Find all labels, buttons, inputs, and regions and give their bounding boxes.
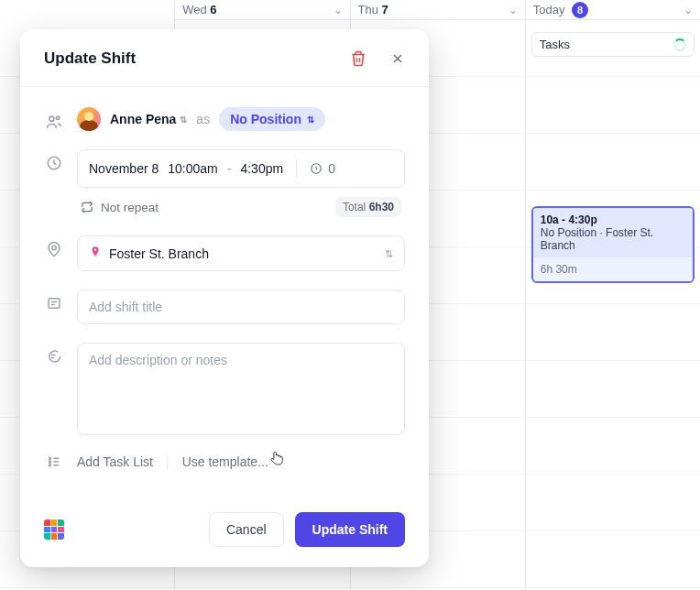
shift-event-block[interactable]: 10a - 4:30p No Position · Foster St. Bra… xyxy=(531,206,695,283)
date-value: November 8 xyxy=(89,161,159,176)
tasklist-icon xyxy=(44,453,64,470)
add-task-list-link[interactable]: Add Task List xyxy=(77,454,153,469)
update-shift-modal: Update Shift Anne Pena ⇅ as xyxy=(20,29,429,567)
start-time: 10:00am xyxy=(168,161,217,176)
day-header-today[interactable]: Today 8 ⌄ xyxy=(526,0,700,20)
svg-point-0 xyxy=(49,116,54,121)
avatar xyxy=(77,107,101,131)
modal-title: Update Shift xyxy=(44,49,136,68)
svg-point-5 xyxy=(94,249,96,251)
trash-icon[interactable] xyxy=(350,50,366,67)
break-field[interactable]: 0 xyxy=(310,161,335,176)
day-number: 7 xyxy=(382,3,388,16)
day-header[interactable]: Thu 7 ⌄ xyxy=(351,0,525,20)
color-picker-icon[interactable] xyxy=(44,519,64,540)
location-selector[interactable]: Foster St. Branch ⇅ xyxy=(77,235,405,271)
time-field[interactable]: November 8 10:00am - 4:30pm 0 xyxy=(77,149,405,188)
caret-updown-icon: ⇅ xyxy=(180,115,187,125)
assignee-selector[interactable]: Anne Pena ⇅ xyxy=(110,112,187,126)
svg-point-9 xyxy=(49,464,50,466)
title-icon xyxy=(44,290,64,311)
day-prefix: Wed xyxy=(182,3,210,16)
chevron-down-icon[interactable]: ⌄ xyxy=(684,4,693,16)
description-input[interactable] xyxy=(89,353,393,422)
position-text: No Position xyxy=(230,112,301,126)
total-chip: Total 6h30 xyxy=(335,197,401,217)
shift-title-field[interactable] xyxy=(77,290,405,324)
repeat-selector[interactable]: Not repeat xyxy=(81,201,159,214)
shift-title-input[interactable] xyxy=(89,300,393,314)
svg-point-7 xyxy=(49,457,50,459)
dash: - xyxy=(227,161,232,176)
caret-updown-icon: ⇅ xyxy=(385,251,393,257)
assignee-name-text: Anne Pena xyxy=(110,112,176,126)
break-clock-icon xyxy=(310,162,323,175)
divider: | xyxy=(166,454,170,469)
chevron-down-icon[interactable]: ⌄ xyxy=(334,4,343,16)
people-icon xyxy=(44,107,64,131)
day-prefix: Thu xyxy=(358,3,382,16)
calendar-column-today: Today 8 ⌄ Tasks 10a - 4:30p No Position … xyxy=(525,0,700,590)
svg-point-4 xyxy=(52,246,57,250)
description-field[interactable] xyxy=(77,343,405,435)
cancel-button[interactable]: Cancel xyxy=(209,512,284,547)
spinner-icon xyxy=(673,38,686,51)
update-shift-button[interactable]: Update Shift xyxy=(295,512,405,547)
repeat-label: Not repeat xyxy=(101,201,159,214)
shift-event-time: 10a - 4:30p xyxy=(541,213,685,226)
tasks-label: Tasks xyxy=(540,38,570,51)
shift-event-meta: No Position · Foster St. Branch xyxy=(541,226,685,252)
svg-point-1 xyxy=(57,116,60,119)
pin-icon xyxy=(89,246,102,261)
tasks-chip[interactable]: Tasks xyxy=(531,32,695,57)
location-icon xyxy=(44,235,64,257)
today-label: Today xyxy=(533,3,568,16)
day-header[interactable]: Wed 6 ⌄ xyxy=(175,0,349,20)
break-value: 0 xyxy=(328,161,335,176)
position-selector[interactable]: No Position ⇅ xyxy=(219,107,325,131)
end-time: 4:30pm xyxy=(240,161,283,176)
close-icon[interactable] xyxy=(390,51,405,66)
caret-updown-icon: ⇅ xyxy=(307,115,314,125)
use-template-link[interactable]: Use template... xyxy=(182,454,268,469)
today-count-badge: 8 xyxy=(572,2,588,18)
repeat-icon xyxy=(81,201,93,213)
svg-point-8 xyxy=(49,461,50,463)
svg-rect-6 xyxy=(49,299,60,309)
shift-event-duration: 6h 30m xyxy=(533,257,693,281)
notes-icon xyxy=(44,343,64,365)
chevron-down-icon[interactable]: ⌄ xyxy=(509,4,518,16)
location-text: Foster St. Branch xyxy=(109,246,209,261)
as-label: as xyxy=(196,112,210,126)
clock-icon xyxy=(44,149,64,171)
day-number: 6 xyxy=(210,3,216,16)
